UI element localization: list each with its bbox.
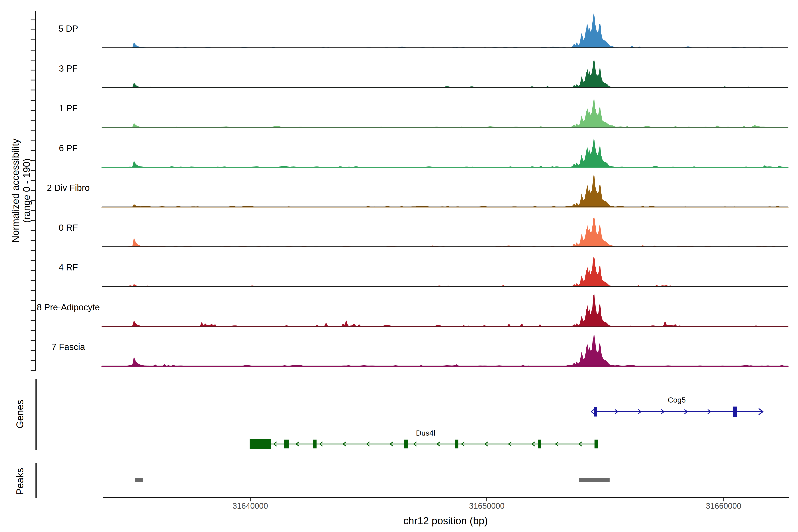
y-axis-tick <box>31 300 36 301</box>
coverage-area <box>101 58 789 88</box>
y-axis-tick <box>31 50 36 51</box>
x-axis-tick-label: 31640000 <box>232 501 268 511</box>
gene-exon <box>733 406 737 417</box>
gene-model-cog5 <box>591 406 763 417</box>
coverage-track-2-div-fibro <box>101 174 789 208</box>
x-axis-tick <box>723 498 724 501</box>
x-axis-tick-label: 31660000 <box>706 501 741 511</box>
x-axis-tick <box>250 498 251 501</box>
coverage-track-4-rf <box>101 256 789 287</box>
coverage-area <box>101 174 789 208</box>
peak-interval-bar <box>579 478 610 482</box>
gene-exon <box>538 440 541 449</box>
coverage-track-3-pf <box>101 58 789 88</box>
strand-chevron-icon <box>591 410 594 414</box>
gene-model-dus4l <box>250 439 597 449</box>
track-label: 4 RF <box>59 263 78 272</box>
coverage-area <box>101 137 789 168</box>
y-axis-tick <box>31 350 36 351</box>
coverage-area <box>101 293 789 327</box>
peak-interval-bar <box>135 478 143 482</box>
gene-name-label: Dus4l <box>416 429 435 437</box>
y-axis-tick <box>31 290 36 291</box>
y-axis-tick <box>31 270 36 271</box>
y-axis-tick <box>31 360 36 361</box>
y-axis-tick <box>31 110 36 111</box>
y-axis-tick <box>31 280 36 281</box>
y-axis-tick <box>31 30 36 31</box>
genes-bracket-line <box>36 379 37 450</box>
y-axis-tick <box>31 250 36 251</box>
y-axis-tick <box>31 120 36 120</box>
y-axis-tick <box>31 340 36 341</box>
y-axis-title: Normalized accessibility (range 0 - 190) <box>10 138 32 243</box>
y-axis-tick <box>31 130 36 131</box>
gene-exon <box>594 440 597 449</box>
y-axis-tick <box>31 19 36 20</box>
peaks-bracket-line <box>36 463 37 498</box>
gene-name-label: Cog5 <box>668 396 686 404</box>
x-axis-title: chr12 position (bp) <box>403 515 488 527</box>
y-axis-tick <box>31 370 36 371</box>
track-label: 1 PF <box>59 103 78 113</box>
gene-exon <box>404 440 408 449</box>
coverage-tracks-plot <box>102 9 789 381</box>
genes-section-label: Genes <box>14 400 25 429</box>
coverage-track-5-dp <box>101 13 789 48</box>
y-axis-tick <box>31 90 36 91</box>
y-axis-title-line1: Normalized accessibility <box>10 138 21 243</box>
y-axis-tick <box>31 39 36 40</box>
coverage-track-1-pf <box>101 98 789 128</box>
x-axis-tick <box>486 498 487 501</box>
gene-exon <box>594 407 597 417</box>
x-axis-line <box>103 497 789 498</box>
y-axis-tick <box>31 100 36 101</box>
track-label: 0 RF <box>59 223 78 233</box>
coverage-figure: Normalized accessibility (range 0 - 190)… <box>0 0 798 532</box>
x-axis-tick-label: 31650000 <box>469 501 505 511</box>
y-axis-tick <box>31 70 36 71</box>
coverage-track-8-pre-adipocyte <box>101 293 789 327</box>
y-axis-tick <box>31 330 36 331</box>
y-axis-tick <box>31 80 36 80</box>
y-axis-tick <box>31 320 36 321</box>
coverage-track-7-fascia <box>101 334 789 367</box>
coverage-area <box>101 98 789 128</box>
y-axis-tick <box>31 60 36 60</box>
coverage-area <box>101 13 789 48</box>
track-label: 7 Fascia <box>52 342 85 352</box>
coverage-area <box>101 215 789 247</box>
gene-exon <box>284 440 289 449</box>
y-axis-tick <box>31 260 36 261</box>
gene-models-plot <box>102 390 798 461</box>
coverage-area <box>101 256 789 287</box>
y-axis-title-line2: (range 0 - 190) <box>21 138 32 243</box>
coverage-area <box>101 334 789 367</box>
track-label: 2 Div Fibro <box>47 183 90 193</box>
gene-exon <box>455 440 458 449</box>
y-axis-tick <box>31 310 36 311</box>
track-label: 3 PF <box>59 64 78 74</box>
coverage-track-0-rf <box>101 215 789 247</box>
gene-exon <box>313 440 317 449</box>
peaks-section-label: Peaks <box>14 468 25 495</box>
track-label: 8 Pre-Adipocyte <box>37 302 100 312</box>
track-label: 6 PF <box>59 143 78 153</box>
track-label: 5 DP <box>58 24 78 34</box>
coverage-track-6-pf <box>101 137 789 168</box>
gene-exon <box>250 439 271 449</box>
